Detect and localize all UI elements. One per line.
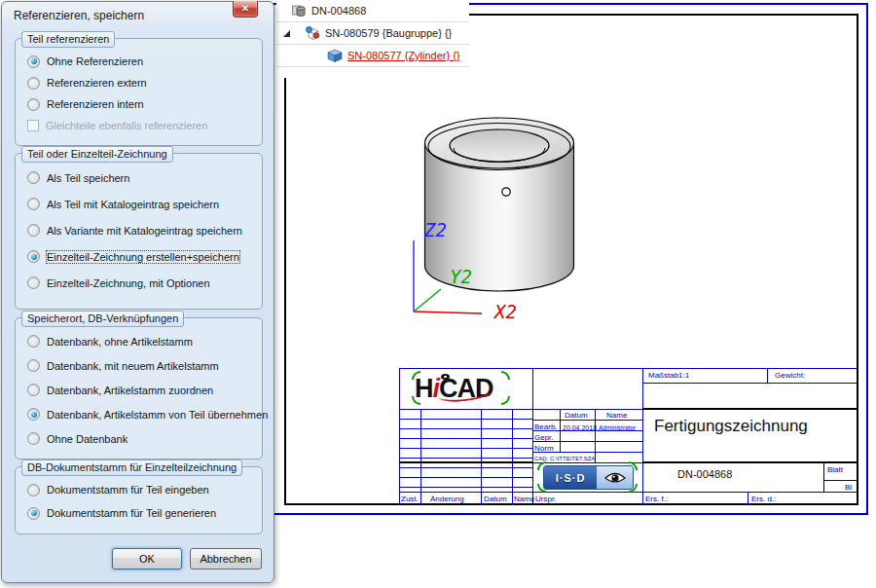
document-number: DN-004868 [677,468,732,480]
radio-icon[interactable] [27,77,40,90]
radio-referenzieren-intern[interactable]: Referenzieren intern [16,93,262,115]
drawing-type-title: Fertigungszeichnung [654,417,808,436]
radio-db-artikelstamm-zuordnen[interactable]: Datenbank, Artikelstamm zuordnen [16,378,262,402]
scale-label: Maßstab1:1 [648,371,689,380]
radio-icon[interactable] [27,276,40,289]
radio-icon[interactable] [27,484,40,496]
checkbox-gleichteile: Gleichteile ebenfalls referenzieren [16,115,262,136]
ok-button[interactable]: OK [112,548,182,570]
zust-label: Zust. [401,495,419,503]
structure-tree: DN-004868 SN-080579 {Baugruppe} {} SN-08… [276,0,469,78]
radio-ohne-datenbank[interactable]: Ohne Datenbank [16,426,262,451]
close-button[interactable]: ✕ [233,1,258,18]
radio-db-artikelstamm-von-teil[interactable]: Datenbank, Artikelstamm von Teil überneh… [16,402,262,426]
group-teil-referenzieren: Teil referenzieren Ohne Referenzieren Re… [15,38,263,146]
urspr-label: Urspr. [535,495,556,503]
radio-icon[interactable] [27,198,40,210]
tree-item-drawing[interactable]: DN-004868 [276,0,469,22]
bl-label: Bl [845,483,852,492]
bearb-date: 20.04.2018 [563,423,597,432]
radio-icon[interactable] [27,250,40,263]
radio-icon[interactable] [27,224,40,237]
blatt-label: Blatt [827,465,843,474]
assembly-icon [305,25,320,41]
gepr-label: Gepr. [534,433,554,442]
dialog-buttons: OK Abbrechen [112,548,262,570]
radio-als-variante-mit-katalogeintrag[interactable]: Als Variante mit Katalogeintrag speicher… [16,217,262,243]
eye-icon [441,374,450,380]
radio-ohne-referenzieren[interactable]: Ohne Referenzieren [16,51,262,72]
checkbox-label: Gleichteile ebenfalls referenzieren [46,120,207,131]
isd-logo: I·S·D [543,465,634,490]
radio-db-ohne-artikelstamm[interactable]: Datenbank, ohne Artikelstamm [16,329,262,353]
group-caption: Speicherort, DB-Verknüpfungen [21,311,184,327]
dialog-titlebar[interactable]: Referenzieren, speichern ✕ [2,2,274,28]
radio-label[interactable]: Einzelteil-Zeichnung, mit Optionen [47,277,210,289]
drawing-icon [291,3,307,18]
group-caption: Teil oder Einzelteil-Zeichnung [21,146,173,163]
datum-label: Datum [484,495,507,503]
close-icon: ✕ [241,4,249,14]
tree-item-label: DN-004868 [311,5,366,17]
weight-label: Gewicht: [775,371,805,380]
group-teil-oder-einzelteil-zeichnung: Teil oder Einzelteil-Zeichnung Als Teil … [15,153,263,310]
tree-item-cylinder[interactable]: SN-080577 {Zylinder} {} [276,45,469,67]
radio-label[interactable]: Datenbank, ohne Artikelstamm [47,336,193,348]
radio-label[interactable]: Ohne Referenzieren [47,55,143,67]
bearb-name: Administrator [599,423,636,432]
group-caption: DB-Dokumentstamm für Einzelteilzeichnung [21,459,242,476]
radio-label[interactable]: Datenbank, Artikelstamm von Teil überneh… [47,409,268,421]
col-name-header: Name [606,411,627,420]
radio-icon[interactable] [27,432,40,445]
radio-icon[interactable] [27,171,40,184]
radio-einzelteil-zeichnung-mit-optionen[interactable]: Einzelteil-Zeichnung, mit Optionen [16,270,262,296]
name-label: Name [514,495,534,503]
cancel-button[interactable]: Abbrechen [190,548,262,570]
radio-icon[interactable] [27,55,40,68]
isd-logo-text: I·S·D [544,466,597,489]
radio-dokumentstamm-generieren[interactable]: Dokumentstamm für Teil generieren [16,501,262,525]
axis-label-x: X2 [493,301,517,322]
radio-als-teil-mit-katalogeintrag[interactable]: Als Teil mit Katalogeintrag speichern [16,191,262,217]
expander-icon[interactable] [283,30,290,37]
model-3d-view[interactable]: Z2 Y2 X2 [389,97,642,331]
axis-label-z: Z2 [423,219,447,240]
radio-label[interactable]: Einzelteil-Zeichnung erstellen+speichern [47,251,239,263]
radio-label[interactable]: Als Variante mit Katalogeintrag speicher… [47,225,242,237]
tree-item-assembly[interactable]: SN-080579 {Baugruppe} {} [276,22,469,45]
radio-referenzieren-extern[interactable]: Referenzieren extern [16,72,262,93]
radio-label[interactable]: Dokumentstamm für Teil eingeben [47,484,209,496]
titleblock: HiCAD Datum Name Bearb. 20.04.2018 Admin… [399,368,857,505]
eye-icon [604,471,626,485]
aenderung-label: Änderung [430,495,464,503]
radio-label[interactable]: Ohne Datenbank [47,433,128,445]
radio-icon[interactable] [27,408,40,421]
hicad-workspace: Z2 Y2 X2 [0,0,876,588]
radio-label[interactable]: Datenbank, Artikelstamm zuordnen [47,385,213,396]
radio-label[interactable]: Dokumentstamm für Teil generieren [47,507,216,519]
radio-icon[interactable] [27,335,40,348]
referenzieren-speichern-dialog: Referenzieren, speichern ✕ Teil referenz… [1,1,274,583]
radio-label[interactable]: Referenzieren intern [47,98,144,110]
checkbox-icon [27,120,39,131]
radio-db-mit-neuem-artikelstamm[interactable]: Datenbank, mit neuem Artikelstamm [16,353,262,378]
radio-label[interactable]: Datenbank, mit neuem Artikelstamm [47,360,219,372]
ers-d-label: Ers. d.: [751,495,776,503]
radio-einzelteil-zeichnung-erstellen[interactable]: Einzelteil-Zeichnung erstellen+speichern [16,243,262,270]
radio-als-teil-speichern[interactable]: Als Teil speichern [16,165,262,191]
group-speicherort-db-verknuepfungen: Speicherort, DB-Verknüpfungen Datenbank,… [15,317,263,459]
col-datum-header: Datum [565,411,588,420]
group-db-dokumentstamm: DB-Dokumentstamm für Einzelteilzeichnung… [15,466,263,534]
radio-icon[interactable] [27,98,40,111]
radio-icon[interactable] [27,359,40,372]
bearb-label: Bearb. [534,423,558,431]
radio-label[interactable]: Als Teil speichern [47,172,129,184]
part-cube-icon [327,48,343,63]
radio-label[interactable]: Als Teil mit Katalogeintrag speichern [47,199,219,210]
radio-label[interactable]: Referenzieren extern [47,77,147,89]
radio-icon[interactable] [27,507,40,520]
group-caption: Teil referenzieren [21,31,115,48]
radio-icon[interactable] [27,384,40,396]
radio-dokumentstamm-eingeben[interactable]: Dokumentstamm für Teil eingeben [16,478,262,501]
tree-item-label: SN-080579 {Baugruppe} {} [325,27,452,39]
